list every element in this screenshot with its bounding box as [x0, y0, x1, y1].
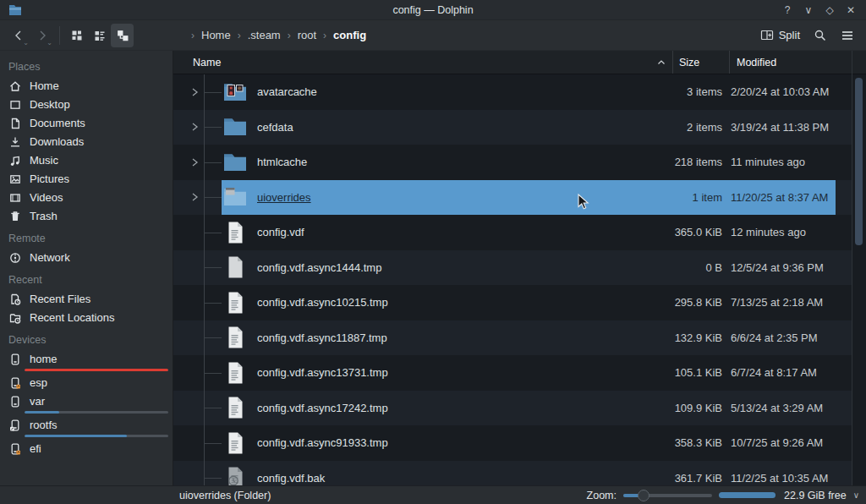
file-name: config.vdf.async1444.tmp: [257, 261, 646, 274]
statusbar: uioverrides (Folder) Zoom: 22.9 GiB free…: [0, 485, 866, 504]
sidebar-item-label: Downloads: [30, 135, 84, 148]
sidebar-item-label: Music: [30, 154, 58, 167]
file-size: 295.8 KiB: [646, 296, 722, 309]
file-row-cefdata[interactable]: cefdata2 items3/19/24 at 11:38 PM: [173, 110, 852, 145]
breadcrumb-item-root[interactable]: root: [298, 29, 316, 41]
folder-overlay-icon: [222, 184, 249, 211]
hamburger-menu-icon: [841, 30, 854, 41]
tree-branch: [173, 180, 222, 216]
file-view: Name Size Modified avatarcache3 items2/2…: [173, 51, 866, 485]
sidebar-item-documents[interactable]: Documents: [0, 114, 173, 132]
file-size: 2 items: [646, 121, 722, 134]
file-backup-icon: [222, 464, 249, 485]
file-row-config.vdf.async10215.tmp[interactable]: config.vdf.async10215.tmp295.8 KiB7/13/2…: [173, 285, 852, 320]
file-text-icon: [222, 289, 249, 316]
maximize-button[interactable]: ◇: [823, 3, 836, 17]
expand-chevron-icon[interactable]: [191, 87, 199, 96]
sidebar-item-home[interactable]: home: [0, 350, 173, 368]
details-view-icon: [93, 29, 107, 42]
breadcrumb-separator-icon: ›: [282, 30, 296, 41]
sidebar-item-pictures[interactable]: Pictures: [0, 170, 173, 188]
sidebar-item-network[interactable]: Network: [0, 249, 173, 266]
section-label-places: Places: [0, 54, 173, 77]
file-modified: 2/20/24 at 10:03 AM: [722, 85, 849, 98]
zoom-label: Zoom:: [587, 490, 617, 501]
toolbar-separator: [59, 26, 60, 45]
file-row-config.vdf.async17242.tmp[interactable]: config.vdf.async17242.tmp109.9 KiB5/13/2…: [173, 391, 852, 426]
file-row-config.vdf.bak[interactable]: config.vdf.bak361.7 KiB11/2/25 at 10:35 …: [173, 461, 852, 486]
free-space-label: 22.9 GiB free: [784, 490, 847, 501]
search-button[interactable]: [808, 24, 832, 47]
file-modified: 6/7/24 at 8:17 AM: [722, 366, 849, 379]
column-name[interactable]: Name: [173, 51, 672, 74]
sidebar-item-downloads[interactable]: Downloads: [0, 133, 173, 151]
sidebar-item-var[interactable]: var: [0, 392, 173, 410]
view-icons-button[interactable]: [65, 24, 88, 47]
forward-history-caret-icon[interactable]: ⌄: [47, 40, 52, 47]
zoom-slider[interactable]: [623, 489, 712, 502]
file-name: config.vdf.async17242.tmp: [257, 402, 646, 414]
device-usage-bar: [25, 435, 168, 437]
breadcrumb-separator-icon: ›: [233, 30, 246, 41]
column-size[interactable]: Size: [673, 57, 729, 68]
section-label-remote: Remote: [0, 226, 173, 249]
sidebar-item-efi[interactable]: efi: [0, 440, 173, 457]
column-modified[interactable]: Modified: [730, 57, 866, 68]
sidebar-item-videos[interactable]: Videos: [0, 189, 173, 206]
file-row-avatarcache[interactable]: avatarcache3 items2/20/24 at 10:03 AM: [173, 74, 852, 110]
drive-root-icon: [8, 419, 22, 432]
file-row-config.vdf.async91933.tmp[interactable]: config.vdf.async91933.tmp358.3 KiB10/7/2…: [173, 425, 852, 461]
sidebar-item-music[interactable]: Music: [0, 151, 173, 169]
recent-files-icon: [8, 293, 22, 306]
free-space-chevron-icon[interactable]: ∨: [853, 490, 859, 500]
file-name: avatarcache: [257, 85, 646, 98]
expand-chevron-icon[interactable]: [191, 157, 199, 167]
zoom-slider-handle[interactable]: [638, 490, 650, 501]
forward-button[interactable]: ⌄: [30, 24, 54, 47]
minimize-button[interactable]: ∨: [802, 3, 815, 17]
sidebar-item-label: efi: [30, 442, 41, 455]
scrollbar-track[interactable]: [852, 51, 866, 485]
file-modified: 11/2/25 at 10:35 AM: [722, 472, 849, 485]
file-modified: 11/20/25 at 8:37 AM: [722, 191, 849, 204]
device-usage-bar: [25, 411, 168, 414]
scrollbar-thumb[interactable]: [855, 78, 863, 245]
file-text-icon: [222, 219, 249, 246]
breadcrumb-item-steam[interactable]: .steam: [248, 29, 281, 41]
view-details-button[interactable]: [88, 24, 111, 47]
desktop-icon: [8, 98, 22, 112]
expand-chevron-icon[interactable]: [191, 123, 199, 132]
sidebar-item-home[interactable]: Home: [0, 77, 173, 95]
drive-icon: [8, 353, 22, 366]
file-row-config.vdf[interactable]: config.vdf365.0 KiB12 minutes ago: [173, 215, 852, 250]
tree-branch: [173, 425, 222, 461]
sidebar-item-trash[interactable]: Trash: [0, 207, 173, 225]
expand-chevron-icon[interactable]: [191, 193, 199, 202]
sidebar-item-recent-locations[interactable]: Recent Locations: [0, 309, 173, 326]
file-size: 0 B: [646, 261, 722, 274]
help-button[interactable]: ?: [781, 3, 794, 17]
window-controls: ?∨◇✕: [781, 3, 858, 17]
back-button[interactable]: ⌄: [7, 24, 30, 47]
tree-branch: [173, 461, 222, 486]
breadcrumb-item-home[interactable]: Home: [201, 29, 231, 41]
sidebar-item-recent-files[interactable]: Recent Files: [0, 290, 173, 308]
close-button[interactable]: ✕: [844, 3, 858, 17]
menu-button[interactable]: [836, 24, 859, 47]
file-row-config.vdf.async11887.tmp[interactable]: config.vdf.async11887.tmp132.9 KiB6/6/24…: [173, 320, 852, 356]
sidebar-item-rootfs[interactable]: rootfs: [0, 416, 173, 434]
file-row-config.vdf.async13731.tmp[interactable]: config.vdf.async13731.tmp105.1 KiB6/7/24…: [173, 355, 852, 391]
breadcrumb-item-config[interactable]: config: [333, 29, 366, 41]
split-button[interactable]: Split: [755, 25, 805, 45]
back-history-caret-icon[interactable]: ⌄: [23, 40, 29, 47]
sidebar-item-esp[interactable]: esp: [0, 374, 173, 392]
file-row-htmlcache[interactable]: htmlcache218 items11 minutes ago: [173, 145, 852, 180]
sidebar-item-desktop[interactable]: Desktop: [0, 96, 173, 113]
tree-branch: [173, 285, 222, 320]
downloads-icon: [8, 135, 22, 149]
file-modified: 11 minutes ago: [722, 156, 849, 168]
file-row-config.vdf.async1444.tmp[interactable]: config.vdf.async1444.tmp0 B12/5/24 at 9:…: [173, 250, 852, 286]
file-name: config.vdf.async10215.tmp: [257, 296, 646, 309]
file-row-uioverrides[interactable]: uioverrides1 item11/20/25 at 8:37 AM: [173, 180, 852, 216]
view-tree-button[interactable]: [111, 24, 134, 47]
